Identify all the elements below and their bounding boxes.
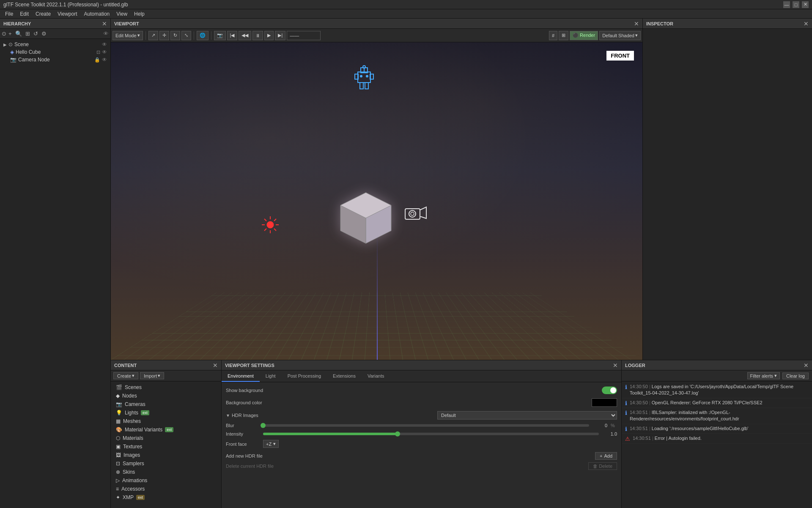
intensity-slider-thumb[interactable] — [395, 431, 400, 436]
vp-select-button[interactable]: ↗ — [148, 31, 158, 40]
logger-close-button[interactable]: ✕ — [804, 362, 809, 369]
delete-hdr-button[interactable]: 🗑 Delete — [588, 462, 617, 470]
top-row: VIEWPORT ✕ Edit Mode ▾ ↗ ✛ ↻ ⤡ 🌐 — [111, 19, 812, 360]
blur-slider-thumb[interactable] — [261, 423, 266, 428]
content-item-samplers[interactable]: ⊡ Samplers — [111, 459, 221, 468]
cameras-icon: 📷 — [116, 401, 122, 407]
tab-light[interactable]: Light — [260, 370, 282, 382]
maximize-button[interactable]: □ — [793, 1, 799, 8]
hdr-default-select[interactable]: Default — [437, 411, 617, 420]
inspector-close-button[interactable]: ✕ — [804, 20, 809, 27]
content-item-skins[interactable]: ⊗ Skins — [111, 468, 221, 476]
content-header: CONTENT ✕ — [111, 360, 221, 370]
viewport-settings-close-button[interactable]: ✕ — [613, 362, 618, 369]
vp-play-back-button[interactable]: ◀◀ — [239, 31, 251, 40]
textures-icon: ▣ — [116, 444, 121, 450]
hierarchy-refresh-button[interactable]: ↺ — [32, 30, 39, 37]
skins-label: Skins — [123, 469, 135, 475]
vp-camera-button[interactable]: 📷 — [214, 31, 226, 40]
hierarchy-content: ▶ ⊙ Scene 👁 ◈ Hello Cube ⊡ 👁 — [0, 39, 110, 508]
show-background-row: Show background — [226, 387, 617, 394]
material-variants-icon: 🎨 — [116, 427, 122, 433]
viewport-close-button[interactable]: ✕ — [634, 20, 639, 27]
content-item-animations[interactable]: ▷ Animations — [111, 476, 221, 485]
materials-label: Materials — [123, 435, 143, 441]
content-create-button[interactable]: Create ▾ — [113, 372, 138, 379]
show-background-toggle[interactable] — [602, 387, 617, 394]
viewport-shading-dropdown[interactable]: Default Shaded ▾ — [599, 31, 641, 40]
front-label: FRONT — [606, 51, 634, 61]
vp-globe-button[interactable]: 🌐 — [197, 31, 208, 40]
hierarchy-settings-button[interactable]: ⚙ — [40, 30, 48, 37]
content-item-meshes[interactable]: ▦ Meshes — [111, 417, 221, 425]
vp-timeline-button[interactable]: —— — [287, 31, 321, 40]
clear-log-button[interactable]: Clear log — [782, 373, 809, 379]
lights-icon: 💡 — [116, 410, 122, 416]
hdr-images-collapse[interactable]: ▼ HDR Images Default — [226, 411, 617, 420]
svg-line-18 — [264, 219, 266, 221]
menu-edit[interactable]: Edit — [16, 10, 32, 18]
filter-dropdown[interactable]: Filter alerts ▾ — [747, 372, 780, 379]
menu-help[interactable]: Help — [131, 10, 148, 18]
content-item-scenes[interactable]: 🎬 Scenes — [111, 383, 221, 392]
content-item-lights[interactable]: 💡 Lights ext — [111, 409, 221, 417]
content-item-textures[interactable]: ▣ Textures — [111, 442, 221, 451]
vp-play-button[interactable]: ▶ — [264, 31, 274, 40]
hierarchy-item-hellocube[interactable]: ◈ Hello Cube ⊡ 👁 — [0, 48, 110, 56]
scenes-label: Scenes — [125, 384, 142, 390]
hierarchy-add-button[interactable]: + — [7, 30, 13, 37]
bottom-row: CONTENT ✕ Create ▾ Import ▾ — [111, 360, 812, 508]
close-button[interactable]: ✕ — [802, 1, 809, 8]
svg-rect-2 — [365, 83, 368, 89]
vp-play-start-button[interactable]: |◀ — [227, 31, 238, 40]
tab-variants[interactable]: Variants — [362, 370, 390, 382]
hierarchy-title: HIERARCHY — [3, 21, 31, 26]
menu-viewport[interactable]: Viewport — [54, 10, 80, 18]
hierarchy-item-camera[interactable]: 📷 Camera Node 🔒 👁 — [0, 56, 110, 64]
content-close-button[interactable]: ✕ — [213, 362, 218, 369]
vp-grid-button[interactable]: # — [549, 31, 557, 40]
blur-slider-track[interactable] — [263, 424, 589, 427]
front-face-dropdown[interactable]: +Z ▾ — [263, 440, 279, 448]
menu-view[interactable]: View — [113, 10, 131, 18]
vp-scale-button[interactable]: ⤡ — [181, 31, 191, 40]
minimize-button[interactable]: — — [783, 1, 790, 8]
menu-file[interactable]: File — [2, 10, 16, 18]
hierarchy-filter-button[interactable]: ⊞ — [24, 30, 31, 37]
add-hdr-label: Add new HDR file — [226, 453, 592, 458]
tab-environment[interactable]: Environment — [222, 370, 260, 382]
hierarchy-close-button[interactable]: ✕ — [102, 20, 107, 27]
background-color-swatch[interactable] — [592, 398, 617, 407]
add-hdr-button[interactable]: + Add — [595, 452, 617, 460]
content-import-button[interactable]: Import ▾ — [140, 372, 164, 379]
intensity-label: Intensity — [226, 431, 260, 436]
content-item-materials[interactable]: ⬡ Materials — [111, 434, 221, 442]
mode-dropdown-arrow: ▾ — [137, 33, 140, 38]
hierarchy-search-button[interactable]: 🔍 — [14, 30, 23, 37]
vp-separator-1 — [145, 31, 146, 40]
vp-overlay-button[interactable]: ⊞ — [559, 31, 568, 40]
content-item-accessors[interactable]: ≡ Accessors — [111, 485, 221, 493]
vp-play-end-button[interactable]: ▶| — [275, 31, 285, 40]
content-item-cameras[interactable]: 📷 Cameras — [111, 400, 221, 409]
content-item-material-variants[interactable]: 🎨 Material Variants ext — [111, 425, 221, 434]
viewport-mode-dropdown[interactable]: Edit Mode ▾ — [112, 31, 143, 40]
vp-pause-button[interactable]: ⏸ — [252, 31, 263, 40]
log-info-icon-3: ℹ — [625, 426, 627, 432]
vp-render-button[interactable]: ⚫ Render — [570, 31, 598, 40]
logger-panel: LOGGER ✕ Filter alerts ▾ Clear log ℹ — [622, 360, 812, 508]
inspector-header: INSPECTOR ✕ — [643, 19, 812, 29]
tab-extensions[interactable]: Extensions — [327, 370, 362, 382]
content-item-nodes[interactable]: ◆ Nodes — [111, 392, 221, 400]
menu-automation[interactable]: Automation — [81, 10, 113, 18]
vp-rotate-button[interactable]: ↻ — [170, 31, 180, 40]
vertical-line — [377, 233, 378, 360]
content-item-xmp[interactable]: ✦ XMP ext — [111, 493, 221, 502]
viewport-canvas[interactable]: FRONT — [111, 42, 642, 360]
hierarchy-item-scene[interactable]: ▶ ⊙ Scene 👁 — [0, 41, 110, 48]
tab-post-processing[interactable]: Post Processing — [282, 370, 327, 382]
intensity-slider-track[interactable] — [263, 433, 599, 435]
menu-create[interactable]: Create — [32, 10, 54, 18]
vp-move-button[interactable]: ✛ — [159, 31, 169, 40]
content-item-images[interactable]: 🖼 Images — [111, 451, 221, 459]
